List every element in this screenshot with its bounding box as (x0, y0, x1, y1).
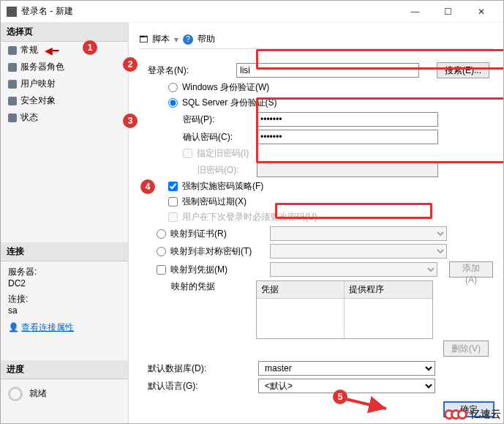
window-title: 登录名 - 新建 (21, 5, 399, 18)
mapped-cred-row: 映射的凭据 凭据 提供程序 (139, 280, 493, 339)
map-cred-label: 映射到凭据(M) (170, 264, 266, 276)
map-cert-row: 映射到证书(R) (139, 226, 493, 241)
nav-label: 用户映射 (20, 78, 56, 90)
enforce-expiry-label: 强制密码过期(X) (182, 196, 247, 208)
annotation-box-2 (256, 97, 503, 163)
progress-row: 就绪 (1, 379, 128, 409)
map-asym-select (270, 244, 447, 259)
sidebar: 选择页 常规◀━ 服务器角色 用户映射 安全对象 状态 连接 服务器: DC2 … (1, 23, 129, 423)
specify-old-pw-checkbox (183, 149, 192, 158)
badge-1: 1 (83, 40, 97, 55)
watermark-logo-icon (448, 409, 467, 420)
enforce-policy-row: 强制实施密码策略(F) (139, 180, 493, 193)
window-buttons: — ☐ ✕ (399, 1, 497, 22)
maximize-button[interactable]: ☐ (432, 1, 464, 22)
minimize-button[interactable]: — (399, 1, 432, 22)
nav-server-roles[interactable]: 服务器角色 (1, 59, 128, 75)
app-icon (7, 7, 17, 17)
default-db-label: 默认数据库(D): (148, 362, 254, 375)
mapped-cred-label: 映射的凭据 (171, 280, 252, 293)
specify-old-pw-label: 指定旧密码(I) (197, 147, 249, 160)
badge-5: 5 (333, 390, 347, 404)
badge-3: 3 (123, 114, 138, 128)
confirm-label: 确认密码(C): (183, 131, 252, 144)
badge-4: 4 (140, 179, 155, 194)
ready-icon (8, 387, 23, 401)
titlebar: 登录名 - 新建 — ☐ ✕ (1, 1, 503, 23)
col-credential-header: 凭据 (257, 281, 344, 299)
windows-auth-label: Windows 身份验证(W) (182, 81, 269, 94)
win-auth-row: Windows 身份验证(W) (139, 81, 493, 94)
login-new-window: 登录名 - 新建 — ☐ ✕ 选择页 常规◀━ 服务器角色 用户映射 安全对象 … (0, 0, 504, 424)
badge-2: 2 (123, 57, 138, 72)
select-page-header: 选择页 (1, 23, 128, 42)
map-cred-checkbox[interactable] (157, 265, 166, 275)
wrench-icon (8, 80, 17, 89)
add-button: 添加(A) (449, 261, 493, 278)
nav-label: 安全对象 (20, 94, 56, 107)
wrench-icon (8, 114, 17, 122)
script-button[interactable]: 脚本 (152, 33, 170, 45)
map-cert-label: 映射到证书(R) (170, 228, 266, 240)
enforce-policy-checkbox[interactable] (168, 182, 178, 191)
map-cert-radio[interactable] (157, 229, 166, 239)
wrench-icon (8, 97, 17, 105)
old-pw-label: 旧密码(O): (183, 164, 252, 176)
script-icon: 🗔 (139, 34, 148, 45)
credentials-grid[interactable]: 凭据 提供程序 (256, 280, 433, 339)
nav-securables[interactable]: 安全对象 (1, 92, 128, 109)
must-change-checkbox (168, 212, 178, 222)
nav-label: 服务器角色 (20, 61, 64, 73)
connect-value: sa (8, 305, 121, 316)
connection-info: 服务器: DC2 连接: sa 👤 查看连接属性 (1, 261, 128, 338)
watermark: 亿速云 (448, 408, 501, 421)
help-icon: ? (183, 34, 193, 45)
map-asym-row: 映射到非对称密钥(T) (139, 244, 493, 259)
view-connection-properties-link[interactable]: 查看连接属性 (21, 322, 74, 332)
sql-auth-radio[interactable] (168, 98, 178, 108)
content-panel: 🗔 脚本 ▾ ? 帮助 登录名(N): 搜索(E)... Windows 身份验… (129, 23, 503, 423)
view-conn-row: 👤 查看连接属性 (8, 321, 121, 334)
map-cred-row: 映射到凭据(M) 添加(A) (139, 261, 493, 278)
col-provider-header: 提供程序 (345, 281, 432, 299)
nav-label: 常规 (20, 44, 38, 56)
enforce-expiry-checkbox[interactable] (168, 197, 178, 207)
main-area: 选择页 常规◀━ 服务器角色 用户映射 安全对象 状态 连接 服务器: DC2 … (1, 23, 503, 423)
ready-label: 就绪 (29, 388, 47, 398)
person-icon: 👤 (8, 322, 19, 332)
connect-label: 连接: (8, 293, 121, 305)
old-pw-input (257, 163, 438, 177)
col-provider: 提供程序 (345, 281, 432, 338)
arrow-icon: ◀━ (45, 45, 59, 56)
remove-button: 删除(V) (443, 341, 489, 357)
server-label: 服务器: (8, 266, 121, 278)
wrench-icon (8, 63, 17, 72)
oldpw-row: 旧密码(O): (139, 163, 493, 177)
windows-auth-radio[interactable] (168, 83, 178, 92)
map-asym-radio[interactable] (157, 247, 166, 256)
close-button[interactable]: ✕ (464, 1, 497, 22)
annotation-box-3 (275, 203, 432, 219)
nav-status[interactable]: 状态 (1, 109, 128, 126)
password-label: 密码(P): (183, 114, 252, 126)
default-lang-row: 默认语言(G): <默认> (139, 379, 493, 393)
map-cert-select (270, 226, 447, 241)
dropdown-icon[interactable]: ▾ (174, 34, 178, 45)
watermark-text: 亿速云 (470, 408, 501, 421)
annotation-box-1 (256, 49, 503, 70)
nav-general[interactable]: 常规◀━ (1, 42, 128, 59)
server-value: DC2 (8, 278, 121, 289)
map-cred-select (270, 262, 437, 277)
default-db-select[interactable]: master (258, 361, 435, 376)
map-asym-label: 映射到非对称密钥(T) (170, 245, 266, 258)
nav-user-mapping[interactable]: 用户映射 (1, 75, 128, 92)
content-toolbar: 🗔 脚本 ▾ ? 帮助 (139, 30, 493, 49)
default-lang-select[interactable]: <默认> (258, 379, 435, 393)
default-db-row: 默认数据库(D): master (139, 361, 493, 376)
nav-label: 状态 (20, 111, 38, 124)
help-button[interactable]: 帮助 (198, 33, 215, 45)
enforce-policy-label: 强制实施密码策略(F) (182, 180, 263, 193)
wrench-icon (8, 46, 17, 55)
default-lang-label: 默认语言(G): (148, 380, 254, 393)
col-credential: 凭据 (257, 281, 345, 338)
